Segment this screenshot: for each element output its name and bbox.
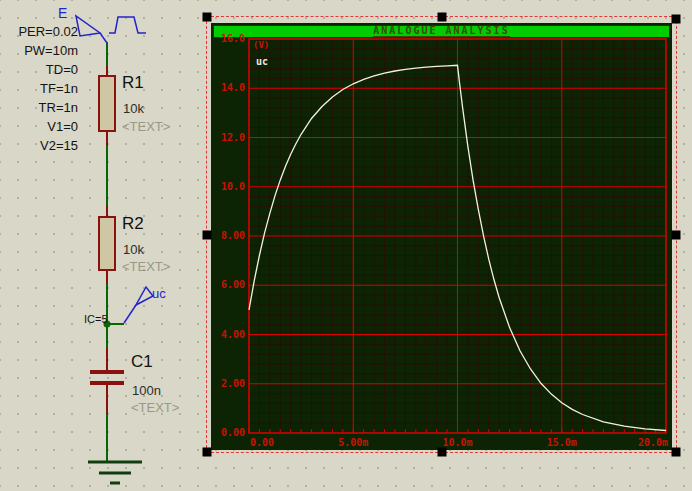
plot-labels: 16.014.012.010.08.006.004.002.000.000.00… bbox=[211, 23, 672, 450]
ground-symbol[interactable] bbox=[88, 462, 142, 483]
r1-value[interactable]: 10k bbox=[123, 101, 144, 116]
generator-name[interactable]: E bbox=[58, 5, 67, 21]
r1-ref[interactable]: R1 bbox=[122, 73, 144, 93]
resistor-r2-body[interactable] bbox=[99, 217, 115, 270]
analogue-analysis-graph[interactable]: ANALOGUE ANALYSIS 16.014.012.010.08.006.… bbox=[206, 16, 677, 453]
selection-handle[interactable] bbox=[437, 448, 446, 457]
y-axis-tick-label: 0.00 bbox=[221, 427, 245, 438]
c1-initial-condition: IC=5 bbox=[84, 313, 108, 325]
param-line: PW=10m bbox=[6, 41, 78, 60]
pulse-generator-icon[interactable] bbox=[76, 16, 146, 43]
param-line: PER=0.02 bbox=[6, 22, 78, 41]
x-axis-tick-label: 0.00 bbox=[250, 437, 274, 448]
selection-handle[interactable] bbox=[672, 15, 681, 24]
legend-uc: uc bbox=[256, 56, 268, 67]
r2-text-placeholder: <TEXT> bbox=[122, 259, 170, 274]
y-axis-tick-label: 8.00 bbox=[221, 230, 245, 241]
x-axis-tick-label: 15.0m bbox=[547, 437, 577, 448]
voltage-probe-icon[interactable] bbox=[124, 287, 153, 323]
r1-text-placeholder: <TEXT> bbox=[122, 119, 170, 134]
r2-ref[interactable]: R2 bbox=[122, 214, 144, 234]
x-axis-tick-label: 5.00m bbox=[338, 437, 368, 448]
param-line: TF=1n bbox=[6, 79, 78, 98]
selection-handle[interactable] bbox=[203, 448, 212, 457]
y-axis-tick-label: 16.0 bbox=[221, 33, 245, 44]
selection-handle[interactable] bbox=[203, 13, 212, 22]
param-line: V1=0 bbox=[6, 117, 78, 136]
param-line: V2=15 bbox=[6, 136, 78, 155]
capacitor-c1-body[interactable] bbox=[90, 370, 124, 385]
x-axis-tick-label: 10.0m bbox=[442, 437, 472, 448]
c1-ref[interactable]: C1 bbox=[131, 352, 153, 372]
generator-params: PER=0.02 PW=10m TD=0 TF=1n TR=1n V1=0 V2… bbox=[6, 22, 78, 155]
resistor-r1-body[interactable] bbox=[99, 76, 115, 131]
param-line: TD=0 bbox=[6, 60, 78, 79]
y-axis-tick-label: 10.0 bbox=[221, 181, 245, 192]
y-axis-tick-label: 14.0 bbox=[221, 82, 245, 93]
param-line: TR=1n bbox=[6, 98, 78, 117]
selection-handle[interactable] bbox=[672, 230, 681, 239]
y-axis-unit: (V) bbox=[253, 40, 269, 50]
y-axis-tick-label: 12.0 bbox=[221, 132, 245, 143]
c1-text-placeholder: <TEXT> bbox=[131, 400, 179, 415]
x-axis-tick-label: 20.0m bbox=[638, 437, 668, 448]
probe-label[interactable]: uc bbox=[152, 286, 166, 301]
r2-value[interactable]: 10k bbox=[123, 242, 144, 257]
y-axis-tick-label: 4.00 bbox=[221, 329, 245, 340]
y-axis-tick-label: 2.00 bbox=[221, 378, 245, 389]
selection-handle[interactable] bbox=[203, 230, 212, 239]
y-axis-tick-label: 6.00 bbox=[221, 279, 245, 290]
selection-handle[interactable] bbox=[437, 13, 446, 22]
selection-handle[interactable] bbox=[672, 448, 681, 457]
c1-value[interactable]: 100n bbox=[132, 383, 161, 398]
graph-background: ANALOGUE ANALYSIS 16.014.012.010.08.006.… bbox=[211, 23, 672, 450]
